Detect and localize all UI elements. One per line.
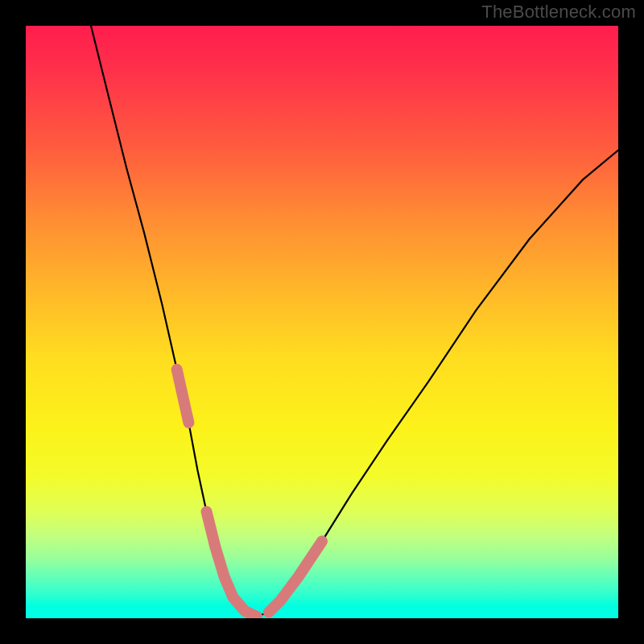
watermark-text: TheBottleneck.com [481,3,636,21]
chart-frame: TheBottleneck.com [0,0,644,644]
curve-marker-segment [207,512,258,617]
bottleneck-curve-svg [26,26,618,618]
plot-area [26,26,618,618]
curve-marker-segment [177,369,189,423]
curve-marker-group [177,369,322,617]
bottleneck-curve-path [91,26,618,617]
curve-marker-segment [269,541,322,612]
